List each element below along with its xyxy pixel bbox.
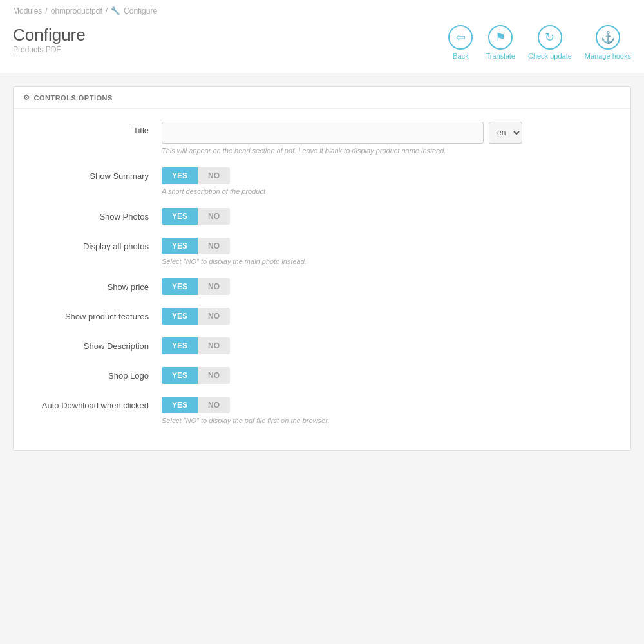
title-field-group: Title en This will appear on the head se…	[26, 122, 618, 155]
check-update-button[interactable]: ↻ Check update	[528, 25, 572, 60]
auto_download-label: Auto Download when clicked	[26, 397, 162, 410]
manage-hooks-icon: ⚓	[596, 25, 620, 50]
panel-body: Title en This will appear on the head se…	[14, 109, 630, 450]
page-title-block: Configure Products PDF	[13, 25, 86, 54]
show_description-control-wrap: YESNO	[162, 337, 618, 354]
shop_logo-control-wrap: YESNO	[162, 367, 618, 384]
show_summary-toggle-group: YESNO	[162, 167, 618, 184]
show_price-yes-button[interactable]: YES	[162, 278, 198, 295]
show_summary-group: Show SummaryYESNOA short description of …	[26, 167, 618, 195]
show_photos-group: Show PhotosYESNO	[26, 208, 618, 225]
display_all_photos-label: Display all photos	[26, 238, 162, 251]
show_product_features-control-wrap: YESNO	[162, 308, 618, 325]
shop_logo-label: Shop Logo	[26, 367, 162, 381]
page-title: Configure	[13, 25, 86, 45]
show_summary-no-button[interactable]: NO	[198, 167, 230, 184]
title-label: Title	[26, 122, 162, 135]
display_all_photos-help-text: Select "NO" to display the main photo in…	[162, 258, 618, 265]
shop_logo-toggle-group: YESNO	[162, 367, 618, 384]
show_description-toggle-group: YESNO	[162, 337, 618, 354]
show_price-group: Show priceYESNO	[26, 278, 618, 295]
auto_download-yes-button[interactable]: YES	[162, 397, 198, 413]
breadcrumb-current: Configure	[124, 6, 157, 15]
language-select[interactable]: en	[489, 122, 522, 144]
show_price-toggle-group: YESNO	[162, 278, 618, 295]
page-header: Configure Products PDF ⇦ Back ⚑ Translat…	[13, 19, 631, 73]
show_price-no-button[interactable]: NO	[198, 278, 230, 295]
show_summary-yes-button[interactable]: YES	[162, 167, 198, 184]
controls-panel: ⚙ CONTROLS OPTIONS Title en This will a	[13, 86, 631, 451]
panel-header: ⚙ CONTROLS OPTIONS	[14, 87, 630, 109]
check-update-label: Check update	[528, 52, 572, 60]
show_description-no-button[interactable]: NO	[198, 337, 230, 354]
title-help-text: This will appear on the head section of …	[162, 147, 618, 155]
page-subtitle: Products PDF	[13, 45, 86, 54]
show_product_features-toggle-group: YESNO	[162, 308, 618, 325]
auto_download-help-text: Select "NO" to display the pdf file firs…	[162, 417, 618, 424]
auto_download-toggle-group: YESNO	[162, 397, 618, 413]
show_description-yes-button[interactable]: YES	[162, 337, 198, 354]
auto_download-group: Auto Download when clickedYESNOSelect "N…	[26, 397, 618, 424]
show_summary-label: Show Summary	[26, 167, 162, 181]
show_product_features-yes-button[interactable]: YES	[162, 308, 198, 325]
show_summary-control-wrap: YESNOA short description of the product	[162, 167, 618, 195]
manage-hooks-button[interactable]: ⚓ Manage hooks	[585, 25, 631, 60]
show_product_features-label: Show product features	[26, 308, 162, 321]
header-actions: ⇦ Back ⚑ Translate ↻ Check update ⚓ Mana…	[448, 25, 631, 60]
back-label: Back	[453, 52, 468, 60]
shop_logo-no-button[interactable]: NO	[198, 367, 230, 384]
display_all_photos-control-wrap: YESNOSelect "NO" to display the main pho…	[162, 238, 618, 265]
manage-hooks-label: Manage hooks	[585, 52, 631, 60]
show_description-label: Show Description	[26, 337, 162, 351]
back-icon: ⇦	[448, 25, 473, 50]
display_all_photos-group: Display all photosYESNOSelect "NO" to di…	[26, 238, 618, 265]
translate-button[interactable]: ⚑ Translate	[486, 25, 515, 60]
show_photos-yes-button[interactable]: YES	[162, 208, 198, 225]
title-control-wrap: en This will appear on the head section …	[162, 122, 618, 155]
shop_logo-group: Shop LogoYESNO	[26, 367, 618, 384]
show_summary-help-text: A short description of the product	[162, 187, 618, 195]
translate-label: Translate	[486, 52, 515, 60]
breadcrumb-icon: 🔧	[111, 6, 120, 15]
display_all_photos-no-button[interactable]: NO	[198, 238, 230, 254]
gear-icon: ⚙	[23, 93, 30, 102]
title-input[interactable]	[162, 122, 484, 144]
display_all_photos-yes-button[interactable]: YES	[162, 238, 198, 254]
show_price-control-wrap: YESNO	[162, 278, 618, 295]
check-update-icon: ↻	[538, 25, 562, 50]
show_product_features-no-button[interactable]: NO	[198, 308, 230, 325]
shop_logo-yes-button[interactable]: YES	[162, 367, 198, 384]
back-button[interactable]: ⇦ Back	[448, 25, 473, 60]
show_description-group: Show DescriptionYESNO	[26, 337, 618, 354]
show_photos-no-button[interactable]: NO	[198, 208, 230, 225]
show_photos-control-wrap: YESNO	[162, 208, 618, 225]
auto_download-no-button[interactable]: NO	[198, 397, 230, 413]
panel-title: CONTROLS OPTIONS	[34, 94, 113, 102]
show_product_features-group: Show product featuresYESNO	[26, 308, 618, 325]
auto_download-control-wrap: YESNOSelect "NO" to display the pdf file…	[162, 397, 618, 424]
breadcrumb: Modules / ohmproductpdf / 🔧 Configure	[13, 0, 631, 19]
display_all_photos-toggle-group: YESNO	[162, 238, 618, 254]
show_photos-label: Show Photos	[26, 208, 162, 222]
show_photos-toggle-group: YESNO	[162, 208, 618, 225]
breadcrumb-modules[interactable]: Modules	[13, 6, 42, 15]
translate-icon: ⚑	[488, 25, 513, 50]
breadcrumb-ohmproductpdf[interactable]: ohmproductpdf	[51, 6, 102, 15]
show_price-label: Show price	[26, 278, 162, 292]
